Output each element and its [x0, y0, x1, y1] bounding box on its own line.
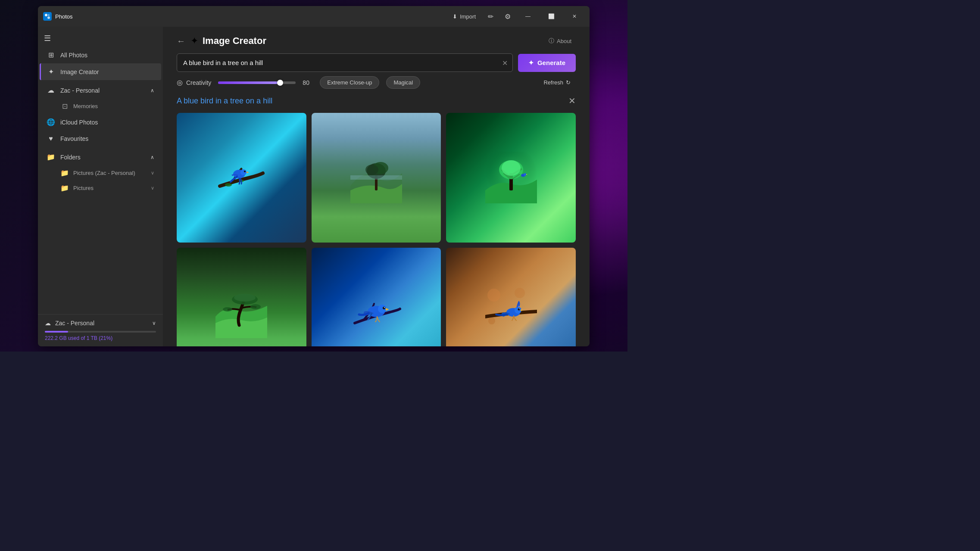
magical-button[interactable]: Magical	[386, 76, 420, 89]
back-button[interactable]: ←	[177, 36, 185, 46]
main-topbar: ← ✦ Image Creator ⓘ About	[163, 27, 590, 53]
magical-label: Magical	[393, 79, 413, 86]
icloud-icon: 🌐	[47, 118, 55, 126]
memories-icon: ⊡	[60, 102, 69, 110]
page-title: Image Creator	[203, 35, 266, 47]
app-title: Photos	[55, 13, 448, 20]
folders-header[interactable]: 📁 Folders ∧	[40, 149, 161, 165]
storage-bar-background	[45, 331, 156, 333]
creativity-value: 80	[303, 79, 313, 86]
refresh-label: Refresh	[543, 79, 563, 86]
zac-cloud-icon: ☁	[47, 86, 55, 94]
import-icon: ⬇	[453, 13, 457, 20]
about-label: About	[557, 38, 571, 44]
results-query: A blue bird in a tree on a hill	[177, 97, 568, 106]
folders-label: Folders	[60, 154, 81, 161]
image-cell-6[interactable]	[446, 248, 576, 346]
svg-rect-0	[43, 12, 52, 21]
refresh-icon: ↻	[566, 79, 571, 86]
favourites-label: Favourites	[60, 135, 88, 142]
main-content: ☰ ⊞ All Photos ✦ Image Creator ☁ Zac - P…	[38, 27, 590, 346]
image-cell-5[interactable]	[312, 248, 441, 346]
controls-row: ◎ Creativity 80 Extreme Close-up Magical	[177, 76, 576, 89]
favourites-icon: ♥	[47, 135, 55, 143]
sidebar: ☰ ⊞ All Photos ✦ Image Creator ☁ Zac - P…	[38, 27, 163, 346]
page-icon: ✦	[190, 35, 198, 47]
refresh-button[interactable]: Refresh ↻	[538, 77, 576, 88]
storage-cloud-icon: ☁	[45, 320, 51, 327]
pictures-zac-label: Pictures (Zac - Personal)	[73, 170, 135, 176]
close-button[interactable]: ✕	[565, 9, 584, 23]
folders-section: 📁 Folders ∧ 📁 Pictures (Zac - Personal) …	[38, 149, 163, 196]
prompt-clear-button[interactable]: ✕	[502, 59, 508, 67]
sidebar-item-all-photos[interactable]: ⊞ All Photos	[40, 47, 161, 63]
slider-thumb	[277, 80, 283, 86]
results-header: A blue bird in a tree on a hill ✕	[177, 96, 576, 106]
titlebar: Photos ⬇ Import ✏ ⚙ — ⬜ ✕	[38, 6, 590, 27]
import-label: Import	[460, 13, 476, 20]
creativity-label: ◎ Creativity	[177, 78, 211, 87]
pen-icon-button[interactable]: ✏	[484, 9, 497, 23]
extreme-closeup-button[interactable]: Extreme Close-up	[320, 76, 379, 89]
app-window: Photos ⬇ Import ✏ ⚙ — ⬜ ✕ ☰ ⊞ All Photos	[38, 6, 590, 346]
hamburger-button[interactable]: ☰	[38, 30, 163, 47]
svg-point-1	[45, 14, 47, 16]
creativity-slider[interactable]	[218, 81, 296, 84]
sidebar-item-pictures-zac[interactable]: 📁 Pictures (Zac - Personal) ∨	[40, 165, 161, 181]
image-cell-3[interactable]	[446, 113, 576, 243]
storage-text: 222.2 GB used of 1 TB (21%)	[45, 335, 156, 341]
results-close-button[interactable]: ✕	[568, 96, 576, 106]
sidebar-item-favourites[interactable]: ♥ Favourites	[40, 131, 161, 147]
image-creator-icon: ✦	[47, 68, 55, 76]
zac-chevron-icon: ∧	[150, 87, 154, 93]
results-area: A blue bird in a tree on a hill ✕	[163, 96, 590, 346]
image-cell-1[interactable]	[177, 113, 306, 243]
prompt-area: ✕ ✦ Generate ◎ Creativity	[163, 53, 590, 96]
zac-personal-section: ☁ Zac - Personal ∧ ⊡ Memories	[38, 82, 163, 114]
prompt-row: ✕ ✦ Generate	[177, 53, 576, 72]
all-photos-label: All Photos	[60, 52, 87, 59]
prompt-input-wrapper: ✕	[177, 53, 513, 72]
svg-point-3	[48, 14, 50, 16]
pictures-label: Pictures	[73, 185, 94, 191]
memories-label: Memories	[73, 103, 98, 109]
about-button[interactable]: ⓘ About	[544, 35, 576, 47]
svg-point-2	[47, 16, 50, 19]
storage-header[interactable]: ☁ Zac - Personal ∨	[45, 320, 156, 327]
minimize-button[interactable]: —	[518, 9, 538, 23]
creativity-text: Creativity	[186, 79, 211, 86]
zac-personal-label: Zac - Personal	[60, 87, 100, 94]
folders-icon: 📁	[47, 153, 55, 161]
main-panel: ← ✦ Image Creator ⓘ About ✕	[163, 27, 590, 346]
image-cell-4[interactable]	[177, 248, 306, 346]
image-cell-2[interactable]	[312, 113, 441, 243]
all-photos-icon: ⊞	[47, 51, 55, 59]
storage-bar-fill	[45, 331, 68, 333]
generate-icon: ✦	[528, 59, 534, 67]
slider-fill	[218, 81, 280, 84]
generate-button[interactable]: ✦ Generate	[518, 54, 576, 72]
hamburger-icon: ☰	[44, 34, 51, 43]
sidebar-item-icloud[interactable]: 🌐 iCloud Photos	[40, 114, 161, 131]
pictures-zac-chevron: ∨	[151, 170, 154, 176]
storage-label: Zac - Personal	[55, 320, 94, 327]
sidebar-item-memories[interactable]: ⊡ Memories	[40, 99, 161, 114]
sidebar-footer: ☁ Zac - Personal ∨ 222.2 GB used of 1 TB…	[38, 314, 163, 346]
sidebar-item-image-creator[interactable]: ✦ Image Creator	[40, 63, 161, 80]
icloud-label: iCloud Photos	[60, 119, 98, 126]
settings-icon-button[interactable]: ⚙	[501, 9, 515, 23]
folders-chevron-icon: ∧	[150, 154, 154, 160]
pictures-chevron: ∨	[151, 185, 154, 191]
prompt-input[interactable]	[177, 53, 513, 72]
sidebar-item-pictures[interactable]: 📁 Pictures ∨	[40, 181, 161, 196]
maximize-button[interactable]: ⬜	[541, 9, 561, 23]
zac-personal-header[interactable]: ☁ Zac - Personal ∧	[40, 82, 161, 99]
import-button[interactable]: ⬇ Import	[448, 12, 480, 22]
page-title-area: ✦ Image Creator	[190, 35, 544, 47]
titlebar-actions: ⬇ Import ✏ ⚙ — ⬜ ✕	[448, 9, 584, 23]
app-logo-icon	[43, 12, 52, 21]
creativity-icon: ◎	[177, 78, 183, 87]
results-wrapper: Stop generating	[177, 113, 576, 346]
image-creator-label: Image Creator	[60, 68, 99, 75]
image-grid	[177, 113, 576, 346]
